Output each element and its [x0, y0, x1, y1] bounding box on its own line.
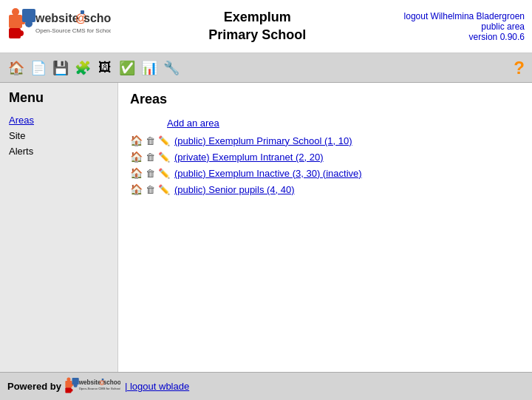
area-home-icon-3: 🏠 [130, 167, 143, 179]
logo-area: website @ school Open-Source CMS for Sch… [7, 6, 111, 47]
footer-logo: website @ school Open-Source CMS for Sch… [61, 376, 120, 397]
area-trash-icon-1[interactable]: 🗑 [146, 135, 155, 146]
area-edit-icon-3[interactable]: ✏️ [158, 168, 170, 179]
school-title: Exemplum Primary School [111, 9, 404, 44]
area-row: 🏠 🗑 ✏️ (private) Exemplum Intranet (2, 2… [130, 151, 520, 163]
help-icon[interactable]: ? [514, 58, 525, 78]
area-edit-icon-4[interactable]: ✏️ [158, 184, 170, 195]
area-label: public area [481, 21, 525, 32]
image-icon[interactable]: 🖼 [95, 58, 115, 78]
sidebar-item-site[interactable]: Site [9, 130, 109, 141]
area-row: 🏠 🗑 ✏️ (public) Senior pupils (4, 40) [130, 183, 520, 195]
svg-rect-10 [81, 10, 84, 14]
toolbar: 🏠 📄 💾 🧩 🖼 ✅ 📊 🔧 ? [0, 53, 532, 83]
chart-icon[interactable]: 📊 [139, 58, 160, 78]
svg-point-13 [66, 377, 70, 381]
area-trash-icon-2[interactable]: 🗑 [146, 152, 155, 163]
svg-point-1 [12, 8, 19, 16]
content-title: Areas [130, 92, 520, 107]
svg-text:school: school [103, 379, 120, 386]
area-edit-icon-1[interactable]: ✏️ [158, 135, 170, 146]
svg-point-6 [18, 30, 24, 36]
area-home-icon-2: 🏠 [130, 151, 143, 163]
school-name-line1: Exemplum [224, 10, 291, 24]
header: website @ school Open-Source CMS for Sch… [0, 0, 532, 53]
logo-image: website @ school Open-Source CMS for Sch… [7, 6, 111, 47]
svg-point-4 [25, 20, 33, 27]
area-link-4[interactable]: (public) Senior pupils (4, 40) [174, 184, 295, 195]
sidebar: Menu Areas Site Alerts [0, 83, 118, 372]
logout-header-link[interactable]: logout Wilhelmina Bladergroen [404, 11, 525, 21]
sidebar-item-areas[interactable]: Areas [9, 115, 109, 126]
check-icon[interactable]: ✅ [117, 58, 137, 78]
sidebar-title: Menu [9, 90, 109, 106]
user-info[interactable]: logout Wilhelmina Bladergroen public are… [404, 11, 525, 42]
tools-icon[interactable]: 🔧 [161, 58, 182, 78]
sidebar-item-alerts[interactable]: Alerts [9, 146, 109, 157]
page-icon[interactable]: 📄 [28, 58, 49, 78]
area-link-3[interactable]: (public) Exemplum Inactive (3, 30) (inac… [174, 168, 362, 179]
add-area-link[interactable]: Add an area [167, 118, 520, 129]
svg-text:Open-Source CMS for Schools: Open-Source CMS for Schools [35, 27, 111, 34]
svg-rect-22 [102, 379, 104, 381]
area-trash-icon-4[interactable]: 🗑 [146, 184, 155, 195]
home-icon[interactable]: 🏠 [6, 58, 27, 78]
svg-text:school: school [83, 12, 111, 24]
version-label: version 0.90.6 [469, 32, 525, 42]
area-link-1[interactable]: (public) Exemplum Primary School (1, 10) [174, 135, 352, 146]
svg-text:Open-Source CMS for Schools: Open-Source CMS for Schools [79, 387, 120, 390]
puzzle-icon[interactable]: 🧩 [72, 58, 93, 78]
area-link-2[interactable]: (private) Exemplum Intranet (2, 20) [174, 152, 324, 163]
svg-point-18 [69, 388, 72, 391]
area-trash-icon-3[interactable]: 🗑 [146, 168, 155, 179]
powered-by-text: Powered by [7, 381, 61, 392]
area-edit-icon-2[interactable]: ✏️ [158, 152, 170, 163]
school-name-line2: Primary School [208, 27, 306, 42]
svg-point-16 [74, 383, 78, 387]
content-area: Areas Add an area 🏠 🗑 ✏️ (public) Exempl… [118, 83, 532, 372]
area-home-icon-1: 🏠 [130, 135, 143, 146]
area-home-icon-4: 🏠 [130, 183, 143, 195]
area-row: 🏠 🗑 ✏️ (public) Exemplum Inactive (3, 30… [130, 167, 520, 179]
svg-text:website: website [78, 379, 101, 386]
svg-text:website: website [35, 12, 79, 24]
footer: Powered by website @ school Open-Source … [0, 372, 532, 400]
main-area: Menu Areas Site Alerts Areas Add an area… [0, 83, 532, 372]
area-row: 🏠 🗑 ✏️ (public) Exemplum Primary School … [130, 135, 520, 146]
footer-logout-link[interactable]: | logout wblade [125, 381, 189, 392]
save-icon[interactable]: 💾 [50, 58, 71, 78]
